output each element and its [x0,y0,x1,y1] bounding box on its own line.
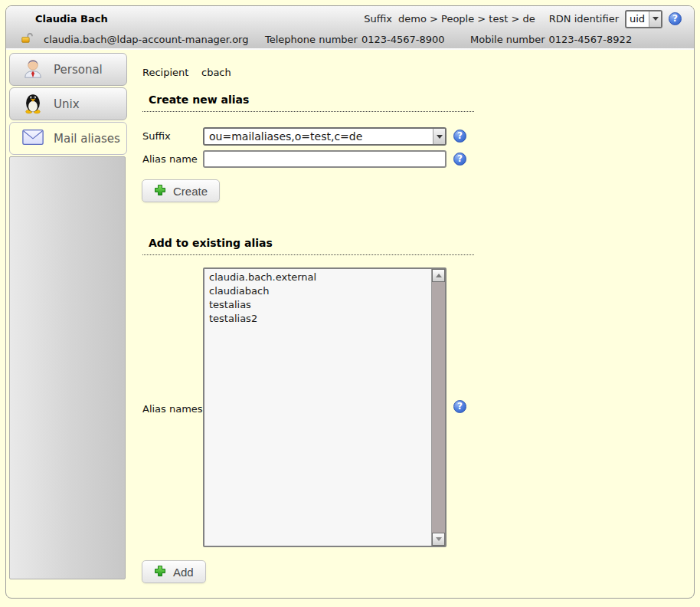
alias-name-label: Alias name [142,153,198,165]
main-form: Recipient cbach Create new alias Suffix … [129,50,694,598]
suffix-breadcrumb-label: Suffix [364,13,392,25]
create-new-alias-heading: Create new alias [142,94,474,112]
header: Claudia Bach Suffix demo > People > test… [6,6,694,50]
header-row-contact: claudia.bach@ldap-account-manager.org Te… [6,31,694,48]
alias-names-help-icon[interactable]: ? [453,400,466,413]
chevron-down-icon[interactable] [649,11,661,27]
mobile-value: 0123-4567-8922 [549,34,633,45]
add-button[interactable]: Add [142,560,206,583]
suffix-selected-value: ou=mailaliases,o=test,c=de [204,130,430,143]
recipient-value: cbach [201,67,231,78]
tab-label-unix: Unix [54,97,80,111]
tux-penguin-icon [21,91,44,116]
green-plus-icon [154,565,166,579]
rdn-identifier-label: RDN identifier [549,13,619,25]
person-icon [21,57,44,82]
list-item[interactable]: claudiabach [204,284,430,298]
tab-label-mail-aliases: Mail aliases [54,132,120,146]
telephone-label: Telephone number [265,34,358,45]
app-window: Claudia Bach Suffix demo > People > test… [5,5,695,599]
tab-personal[interactable]: Personal [9,53,127,86]
telephone-value: 0123-4567-8900 [361,34,445,45]
unlock-icon[interactable] [20,32,34,46]
content: Personal Unix [6,50,694,598]
tab-unix[interactable]: Unix [9,87,127,120]
tab-mail-aliases[interactable]: Mail aliases [9,122,127,155]
green-plus-icon [154,184,166,199]
suffix-label: Suffix [142,130,171,142]
list-item[interactable]: claudia.bach.external [204,271,430,284]
scroll-up-icon[interactable] [432,269,445,282]
list-item[interactable]: testalias2 [204,312,430,326]
create-button[interactable]: Create [142,179,220,202]
page-title: Claudia Bach [35,13,108,25]
add-button-label: Add [173,566,194,579]
scroll-down-icon[interactable] [432,533,445,546]
alias-names-listbox[interactable]: claudia.bach.external claudiabach testal… [203,267,446,547]
alias-name-input[interactable] [203,150,446,168]
suffix-breadcrumb-value: demo > People > test > de [398,13,535,25]
suffix-help-icon[interactable]: ? [453,130,466,143]
recipient-label: Recipient [142,67,188,78]
rdn-identifier-select[interactable]: uid [625,10,662,28]
chevron-down-icon[interactable] [433,129,445,144]
sidebar: Personal Unix [6,50,129,598]
tab-label-personal: Personal [54,63,103,77]
alias-name-help-icon[interactable]: ? [453,153,466,166]
alias-names-label: Alias names [142,403,203,415]
rdn-selected-value: uid [630,13,646,25]
user-email: claudia.bach@ldap-account-manager.org [44,34,248,45]
envelope-icon [21,128,44,149]
header-right-cluster: Suffix demo > People > test > de RDN ide… [364,6,682,31]
mobile-label: Mobile number [470,34,545,45]
alias-names-list: claudia.bach.external claudiabach testal… [204,271,430,326]
header-row-title: Claudia Bach Suffix demo > People > test… [6,6,694,31]
list-item[interactable]: testalias [204,298,430,312]
sidebar-panel [9,156,126,579]
help-icon[interactable]: ? [669,12,682,25]
listbox-scrollbar[interactable] [431,269,445,546]
add-to-existing-alias-heading: Add to existing alias [142,237,474,255]
create-button-label: Create [173,185,208,198]
suffix-select[interactable]: ou=mailaliases,o=test,c=de [203,127,446,146]
